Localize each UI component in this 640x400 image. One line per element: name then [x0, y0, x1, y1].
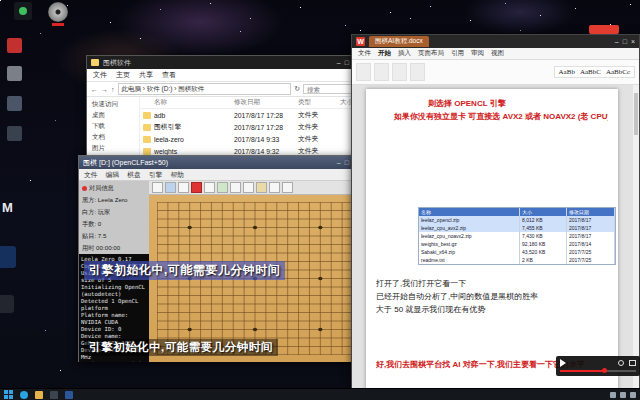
- minimize-icon[interactable]: –: [337, 159, 341, 166]
- toolbar-icon[interactable]: [269, 182, 280, 193]
- ribbon-tab[interactable]: 开始: [378, 49, 391, 58]
- explorer-titlebar[interactable]: 围棋软件 – □ ×: [87, 56, 361, 69]
- explorer-menu-item[interactable]: 共享: [139, 70, 153, 80]
- toolbar-icon[interactable]: [282, 182, 293, 193]
- desktop-icon-2[interactable]: [7, 66, 22, 81]
- ribbon-button[interactable]: [374, 63, 389, 81]
- explorer-menu-item[interactable]: 文件: [93, 70, 107, 80]
- path-input[interactable]: 此电脑 › 软件 (D:) › 围棋软件: [118, 83, 292, 95]
- table-cell: 2017/8/17: [567, 216, 615, 224]
- maximize-icon[interactable]: □: [345, 159, 349, 166]
- app-icon-green[interactable]: [14, 2, 32, 20]
- explorer-menu-item[interactable]: 主页: [116, 70, 130, 80]
- toolbar-icon[interactable]: [165, 182, 176, 193]
- column-header[interactable]: 修改日期: [234, 98, 298, 107]
- game-info-line: 贴目: 7.5: [82, 232, 146, 241]
- column-header[interactable]: 类型: [298, 98, 340, 107]
- toolbar-icon[interactable]: [217, 182, 228, 193]
- explorer-menu-item[interactable]: 查看: [162, 70, 176, 80]
- scrollbar-thumb[interactable]: [634, 93, 638, 135]
- file-icon: [143, 112, 151, 119]
- go-app-titlebar[interactable]: 围棋 [D:] (OpenCLFast+50) – □ ×: [79, 156, 361, 169]
- settings-icon[interactable]: [618, 360, 624, 366]
- up-icon[interactable]: ↑: [111, 86, 115, 93]
- ribbon-button[interactable]: [356, 63, 371, 81]
- scrollbar[interactable]: [633, 85, 639, 393]
- style-preset[interactable]: AaBbCc: [606, 68, 630, 76]
- game-info-text: 黑方: Leela Zero: [82, 196, 127, 205]
- pinned-app-blue[interactable]: [0, 246, 16, 268]
- video-progress-handle[interactable]: [602, 368, 607, 373]
- toolbar-icon[interactable]: [178, 182, 189, 193]
- file-row[interactable]: adb2017/8/17 17:28文件夹: [140, 109, 361, 121]
- video-progress-bar[interactable]: [560, 370, 636, 372]
- minimize-icon[interactable]: –: [615, 38, 619, 45]
- disc-icon[interactable]: [48, 2, 68, 22]
- ribbon-tab[interactable]: 引用: [451, 49, 464, 58]
- toolbar-icon[interactable]: [152, 182, 163, 193]
- ribbon-tab[interactable]: 文件: [358, 49, 371, 58]
- chevron-up-icon[interactable]: [610, 392, 616, 398]
- desktop-icon-3[interactable]: [7, 96, 22, 111]
- sidebar-item[interactable]: 下载: [87, 121, 139, 132]
- document-titlebar[interactable]: W 围棋AI教程.docx – □ ×: [352, 35, 639, 48]
- search-input[interactable]: [303, 84, 357, 94]
- sidebar-item[interactable]: 图片: [87, 143, 139, 154]
- table-cell: readme.txt: [419, 256, 520, 264]
- start-button[interactable]: [4, 390, 13, 399]
- document-page[interactable]: 则选择 OPENCL 引擎 如果你没有独立显卡 可直接选 AVX2 或者 NOA…: [366, 89, 618, 393]
- maximize-icon[interactable]: □: [345, 59, 349, 66]
- console-line: Detected 1 OpenCL platform: [81, 298, 147, 312]
- go-menu-item[interactable]: 编辑: [106, 170, 120, 180]
- fullscreen-icon[interactable]: [629, 360, 636, 366]
- volume-icon[interactable]: [620, 392, 626, 398]
- maximize-icon[interactable]: □: [623, 38, 627, 45]
- ribbon-tab[interactable]: 视图: [491, 49, 504, 58]
- column-header[interactable]: 名称: [140, 98, 234, 107]
- taskbar-app-browser[interactable]: [20, 391, 28, 399]
- forward-icon[interactable]: →: [101, 86, 108, 93]
- file-date: 2017/8/14 9:33: [234, 136, 298, 143]
- desktop-icon-4[interactable]: [7, 126, 22, 141]
- toolbar-icon[interactable]: [243, 182, 254, 193]
- minimize-icon[interactable]: –: [337, 59, 341, 66]
- close-icon[interactable]: ×: [631, 38, 635, 45]
- back-icon[interactable]: ←: [91, 86, 98, 93]
- play-icon[interactable]: [560, 359, 566, 367]
- table-cell: leelaz_cpu_noavx2.zip: [419, 232, 520, 240]
- ribbon-tab[interactable]: 审阅: [471, 49, 484, 58]
- taskbar-app-explorer[interactable]: [35, 391, 43, 399]
- ribbon-button[interactable]: [392, 63, 407, 81]
- go-menu-item[interactable]: 文件: [84, 170, 98, 180]
- sidebar-item[interactable]: 文档: [87, 132, 139, 143]
- notification-badge[interactable]: [589, 25, 619, 34]
- ribbon-button[interactable]: [410, 63, 425, 81]
- file-row[interactable]: leela-zero2017/8/14 9:33文件夹: [140, 133, 361, 145]
- toolbar-icon[interactable]: [191, 182, 202, 193]
- taskbar-app-dark[interactable]: [50, 391, 58, 399]
- file-row[interactable]: 围棋引擎2017/8/17 17:28文件夹: [140, 121, 361, 133]
- taskbar-app-word[interactable]: [65, 391, 73, 399]
- style-preset[interactable]: AaBbC: [580, 68, 601, 76]
- style-preset[interactable]: AaBb: [559, 68, 575, 76]
- file-icon: [143, 124, 151, 131]
- sidebar-item[interactable]: 快速访问: [87, 99, 139, 110]
- document-tab[interactable]: 围棋AI教程.docx: [369, 36, 429, 47]
- doc-paragraph: 则选择 OPENCL 引擎: [376, 97, 608, 110]
- toolbar-icon[interactable]: [256, 182, 267, 193]
- sidebar-item[interactable]: 桌面: [87, 110, 139, 121]
- go-menu-item[interactable]: 引擎: [149, 170, 163, 180]
- ribbon-tab[interactable]: 页面布局: [418, 49, 444, 58]
- network-icon[interactable]: [630, 392, 636, 398]
- table-cell: 7,430 KB: [520, 232, 567, 240]
- desktop-icon-red[interactable]: [7, 38, 22, 53]
- go-menu-item[interactable]: 帮助: [170, 170, 184, 180]
- table-cell: 43,520 KB: [520, 248, 567, 256]
- ribbon-tab[interactable]: 插入: [398, 49, 411, 58]
- toolbar-icon[interactable]: [204, 182, 215, 193]
- table-row: leelaz_cpu_avx2.zip7,455 KB2017/8/17: [419, 224, 615, 232]
- pinned-app-dark[interactable]: [0, 295, 14, 313]
- toolbar-icon[interactable]: [230, 182, 241, 193]
- refresh-icon[interactable]: ↻: [294, 85, 300, 93]
- go-menu-item[interactable]: 棋盘: [127, 170, 141, 180]
